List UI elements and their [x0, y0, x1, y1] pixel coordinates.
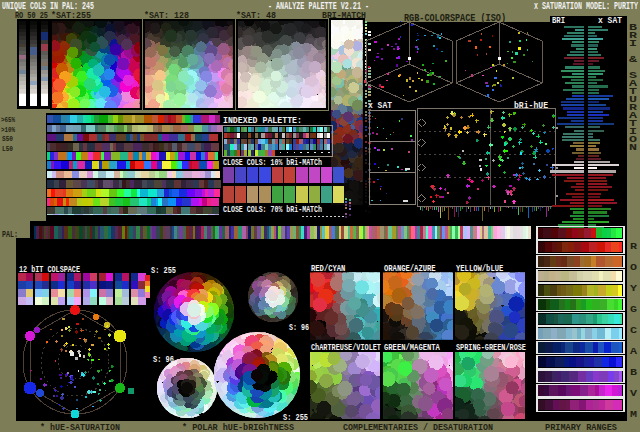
- svg-text:S: 96: S: 96: [153, 355, 174, 365]
- svg-text:ChARTREUSE/VIOLET: ChARTREUSE/VIOLET: [311, 343, 381, 353]
- svg-text:S: 96: S: 96: [289, 323, 309, 333]
- svg-text:G: G: [630, 305, 637, 315]
- svg-text:N: N: [629, 143, 637, 153]
- svg-text:RED/CYAN: RED/CYAN: [311, 264, 345, 274]
- svg-text:S: 255: S: 255: [151, 266, 176, 276]
- svg-text:x SAT: x SAT: [598, 16, 623, 26]
- svg-text:B: B: [630, 368, 638, 378]
- svg-text:Y: Y: [630, 284, 638, 294]
- svg-text:PRIMARY RANGES: PRIMARY RANGES: [545, 423, 618, 432]
- svg-text:A: A: [630, 347, 638, 357]
- svg-text:BRI: BRI: [552, 16, 565, 26]
- svg-text:C: C: [630, 326, 638, 336]
- svg-text:V: V: [630, 389, 638, 399]
- svg-text:UNIQUE COLS IN PAL: 245: UNIQUE COLS IN PAL: 245: [2, 1, 94, 12]
- svg-text:* hUE-SATURATION: * hUE-SATURATION: [40, 423, 120, 432]
- svg-text:ORANGE/AZURE: ORANGE/AZURE: [384, 264, 436, 274]
- svg-text:>65%: >65%: [1, 115, 15, 124]
- svg-text:YELLOW/bLUE: YELLOW/bLUE: [456, 264, 504, 274]
- svg-text:S50: S50: [2, 134, 13, 143]
- svg-text:RGB-COLORSPACE (ISO): RGB-COLORSPACE (ISO): [404, 13, 506, 24]
- svg-text:bRi-hUE: bRi-hUE: [514, 101, 549, 111]
- svg-text:x SATURATION MODEL: PURITY: x SATURATION MODEL: PURITY: [534, 1, 638, 12]
- svg-text:CLOSE COLS: 10% bRi-MATCh: CLOSE COLS: 10% bRi-MATCh: [223, 158, 322, 168]
- svg-text:PAL:: PAL:: [2, 230, 18, 240]
- svg-text:COMPLEMENTARIES / DESATURATION: COMPLEMENTARIES / DESATURATION: [343, 423, 493, 432]
- svg-text:GREEN/MAGENTA: GREEN/MAGENTA: [384, 343, 440, 353]
- svg-text:CLOSE COLS: 70% bRi-MATCh: CLOSE COLS: 70% bRi-MATCh: [223, 205, 322, 215]
- svg-text:&: &: [629, 55, 638, 65]
- svg-text:x SAT: x SAT: [368, 101, 393, 111]
- svg-text:O: O: [630, 263, 638, 273]
- svg-text:R: R: [630, 242, 638, 252]
- svg-text:>10%: >10%: [1, 125, 15, 134]
- svg-text:INDEXED PALETTE:: INDEXED PALETTE:: [223, 116, 302, 126]
- svg-text:L50: L50: [2, 144, 13, 153]
- svg-text:SPRING-GREEN/ROSE: SPRING-GREEN/ROSE: [456, 343, 526, 353]
- svg-text:I: I: [629, 39, 637, 49]
- svg-text:* POLAR hUE-bRIGhTNESS: * POLAR hUE-bRIGhTNESS: [182, 423, 295, 432]
- svg-text:M: M: [630, 410, 637, 420]
